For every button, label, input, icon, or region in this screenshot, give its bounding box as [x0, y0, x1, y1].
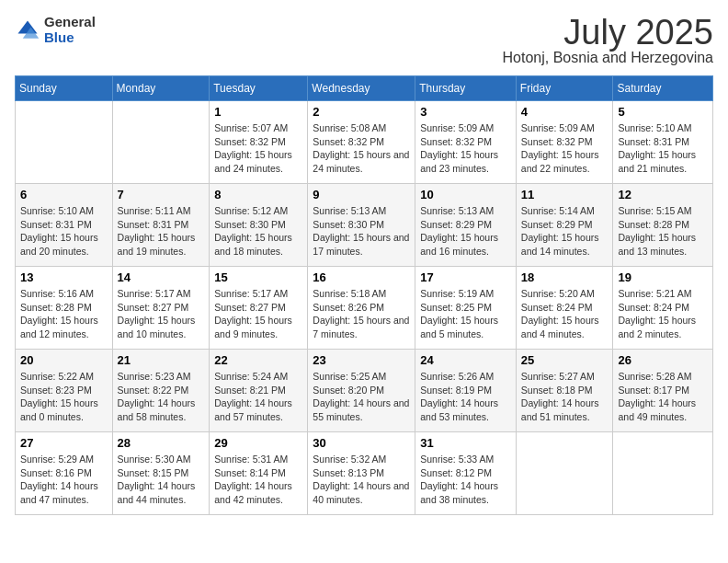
calendar-cell: 13Sunrise: 5:16 AM Sunset: 8:28 PM Dayli… [16, 267, 113, 350]
day-number: 4 [521, 105, 609, 119]
day-number: 21 [118, 353, 205, 367]
day-number: 15 [214, 270, 302, 284]
calendar-cell: 19Sunrise: 5:21 AM Sunset: 8:24 PM Dayli… [613, 267, 713, 350]
header-sunday: Sunday [16, 76, 113, 101]
calendar-cell: 8Sunrise: 5:12 AM Sunset: 8:30 PM Daylig… [210, 184, 308, 267]
day-number: 12 [618, 188, 708, 201]
logo-text: General Blue [44, 15, 96, 45]
calendar-cell: 18Sunrise: 5:20 AM Sunset: 8:24 PM Dayli… [516, 267, 613, 350]
calendar-week-row: 13Sunrise: 5:16 AM Sunset: 8:28 PM Dayli… [16, 267, 713, 350]
calendar-cell: 21Sunrise: 5:23 AM Sunset: 8:22 PM Dayli… [112, 350, 210, 432]
calendar-cell: 9Sunrise: 5:13 AM Sunset: 8:30 PM Daylig… [308, 184, 415, 267]
day-number: 27 [20, 436, 108, 450]
calendar-cell: 3Sunrise: 5:09 AM Sunset: 8:32 PM Daylig… [415, 101, 517, 184]
day-number: 22 [214, 353, 302, 367]
day-info: Sunrise: 5:26 AM Sunset: 8:19 PM Dayligh… [420, 370, 511, 424]
day-info: Sunrise: 5:28 AM Sunset: 8:17 PM Dayligh… [618, 370, 708, 424]
day-number: 26 [618, 353, 708, 367]
day-info: Sunrise: 5:09 AM Sunset: 8:32 PM Dayligh… [420, 121, 511, 176]
day-info: Sunrise: 5:19 AM Sunset: 8:25 PM Dayligh… [420, 287, 511, 341]
logo: General Blue [15, 15, 96, 45]
calendar-cell: 14Sunrise: 5:17 AM Sunset: 8:27 PM Dayli… [112, 267, 210, 350]
calendar-cell: 29Sunrise: 5:31 AM Sunset: 8:14 PM Dayli… [210, 432, 308, 515]
day-number: 19 [618, 270, 708, 284]
day-number: 11 [521, 188, 609, 201]
day-info: Sunrise: 5:17 AM Sunset: 8:27 PM Dayligh… [118, 287, 205, 341]
day-info: Sunrise: 5:18 AM Sunset: 8:26 PM Dayligh… [313, 287, 410, 341]
day-info: Sunrise: 5:13 AM Sunset: 8:30 PM Dayligh… [313, 204, 410, 259]
day-number: 25 [521, 353, 609, 367]
page-header: General Blue July 2025 Hotonj, Bosnia an… [15, 15, 713, 66]
calendar-cell: 10Sunrise: 5:13 AM Sunset: 8:29 PM Dayli… [415, 184, 517, 267]
day-info: Sunrise: 5:07 AM Sunset: 8:32 PM Dayligh… [214, 121, 302, 176]
calendar-cell: 11Sunrise: 5:14 AM Sunset: 8:29 PM Dayli… [516, 184, 613, 267]
day-info: Sunrise: 5:33 AM Sunset: 8:12 PM Dayligh… [420, 453, 511, 507]
calendar-cell: 26Sunrise: 5:28 AM Sunset: 8:17 PM Dayli… [613, 350, 713, 432]
day-info: Sunrise: 5:24 AM Sunset: 8:21 PM Dayligh… [214, 370, 302, 424]
calendar-table: SundayMondayTuesdayWednesdayThursdayFrid… [15, 75, 713, 515]
month-title: July 2025 [503, 15, 713, 50]
day-info: Sunrise: 5:25 AM Sunset: 8:20 PM Dayligh… [313, 370, 410, 424]
day-number: 5 [618, 105, 708, 119]
calendar-cell: 5Sunrise: 5:10 AM Sunset: 8:31 PM Daylig… [613, 101, 713, 184]
day-info: Sunrise: 5:09 AM Sunset: 8:32 PM Dayligh… [521, 121, 609, 176]
day-info: Sunrise: 5:20 AM Sunset: 8:24 PM Dayligh… [521, 287, 609, 341]
day-number: 16 [313, 270, 410, 284]
day-number: 13 [20, 270, 108, 284]
day-info: Sunrise: 5:30 AM Sunset: 8:15 PM Dayligh… [118, 453, 205, 507]
calendar-week-row: 6Sunrise: 5:10 AM Sunset: 8:31 PM Daylig… [16, 184, 713, 267]
day-number: 20 [20, 353, 108, 367]
calendar-cell: 27Sunrise: 5:29 AM Sunset: 8:16 PM Dayli… [16, 432, 113, 515]
calendar-cell: 30Sunrise: 5:32 AM Sunset: 8:13 PM Dayli… [308, 432, 415, 515]
calendar-week-row: 27Sunrise: 5:29 AM Sunset: 8:16 PM Dayli… [16, 432, 713, 515]
calendar-cell: 6Sunrise: 5:10 AM Sunset: 8:31 PM Daylig… [16, 184, 113, 267]
logo-general-text: General [44, 15, 96, 30]
day-number: 7 [118, 188, 205, 201]
calendar-cell: 1Sunrise: 5:07 AM Sunset: 8:32 PM Daylig… [210, 101, 308, 184]
calendar-cell [16, 101, 113, 184]
header-saturday: Saturday [613, 76, 713, 101]
day-info: Sunrise: 5:16 AM Sunset: 8:28 PM Dayligh… [20, 287, 108, 341]
day-info: Sunrise: 5:21 AM Sunset: 8:24 PM Dayligh… [618, 287, 708, 341]
header-tuesday: Tuesday [210, 76, 308, 101]
day-number: 28 [118, 436, 205, 450]
calendar-cell [613, 432, 713, 515]
calendar-cell: 4Sunrise: 5:09 AM Sunset: 8:32 PM Daylig… [516, 101, 613, 184]
calendar-cell: 16Sunrise: 5:18 AM Sunset: 8:26 PM Dayli… [308, 267, 415, 350]
calendar-cell: 7Sunrise: 5:11 AM Sunset: 8:31 PM Daylig… [112, 184, 210, 267]
day-info: Sunrise: 5:17 AM Sunset: 8:27 PM Dayligh… [214, 287, 302, 341]
calendar-cell: 17Sunrise: 5:19 AM Sunset: 8:25 PM Dayli… [415, 267, 517, 350]
header-thursday: Thursday [415, 76, 517, 101]
header-monday: Monday [112, 76, 210, 101]
day-info: Sunrise: 5:10 AM Sunset: 8:31 PM Dayligh… [20, 204, 108, 259]
header-friday: Friday [516, 76, 613, 101]
calendar-cell: 25Sunrise: 5:27 AM Sunset: 8:18 PM Dayli… [516, 350, 613, 432]
day-number: 14 [118, 270, 205, 284]
day-number: 6 [20, 188, 108, 201]
day-number: 9 [313, 188, 410, 201]
calendar-cell [112, 101, 210, 184]
calendar-header-row: SundayMondayTuesdayWednesdayThursdayFrid… [16, 76, 713, 101]
calendar-cell: 24Sunrise: 5:26 AM Sunset: 8:19 PM Dayli… [415, 350, 517, 432]
calendar-cell: 15Sunrise: 5:17 AM Sunset: 8:27 PM Dayli… [210, 267, 308, 350]
calendar-cell: 12Sunrise: 5:15 AM Sunset: 8:28 PM Dayli… [613, 184, 713, 267]
day-number: 3 [420, 105, 511, 119]
calendar-cell: 22Sunrise: 5:24 AM Sunset: 8:21 PM Dayli… [210, 350, 308, 432]
logo-icon [15, 17, 40, 43]
day-number: 2 [313, 105, 410, 119]
day-info: Sunrise: 5:08 AM Sunset: 8:32 PM Dayligh… [313, 121, 410, 176]
day-info: Sunrise: 5:12 AM Sunset: 8:30 PM Dayligh… [214, 204, 302, 259]
day-info: Sunrise: 5:31 AM Sunset: 8:14 PM Dayligh… [214, 453, 302, 507]
day-info: Sunrise: 5:29 AM Sunset: 8:16 PM Dayligh… [20, 453, 108, 507]
day-number: 31 [420, 436, 511, 450]
calendar-week-row: 1Sunrise: 5:07 AM Sunset: 8:32 PM Daylig… [16, 101, 713, 184]
calendar-cell: 31Sunrise: 5:33 AM Sunset: 8:12 PM Dayli… [415, 432, 517, 515]
calendar-cell: 2Sunrise: 5:08 AM Sunset: 8:32 PM Daylig… [308, 101, 415, 184]
location-title: Hotonj, Bosnia and Herzegovina [503, 50, 713, 66]
calendar-cell: 28Sunrise: 5:30 AM Sunset: 8:15 PM Dayli… [112, 432, 210, 515]
calendar-cell: 20Sunrise: 5:22 AM Sunset: 8:23 PM Dayli… [16, 350, 113, 432]
day-info: Sunrise: 5:14 AM Sunset: 8:29 PM Dayligh… [521, 204, 609, 259]
title-area: July 2025 Hotonj, Bosnia and Herzegovina [503, 15, 713, 66]
day-number: 30 [313, 436, 410, 450]
logo-blue-text: Blue [44, 30, 96, 46]
